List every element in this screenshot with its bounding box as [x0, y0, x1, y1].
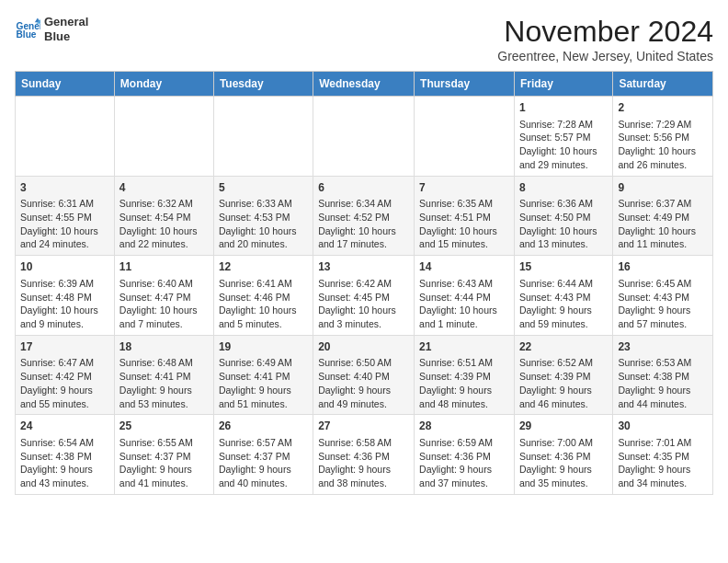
day-number: 22	[519, 339, 608, 355]
weekday-header: Sunday	[16, 72, 115, 97]
calendar-cell: 18Sunrise: 6:48 AMSunset: 4:41 PMDayligh…	[114, 335, 213, 415]
day-info: Sunrise: 6:44 AMSunset: 4:43 PMDaylight:…	[519, 277, 608, 331]
day-number: 14	[419, 259, 509, 275]
day-number: 6	[318, 180, 409, 196]
day-info: Sunrise: 6:59 AMSunset: 4:36 PMDaylight:…	[419, 436, 509, 490]
location-subtitle: Greentree, New Jersey, United States	[497, 49, 713, 63]
day-number: 23	[618, 339, 708, 355]
calendar-cell: 4Sunrise: 6:32 AMSunset: 4:54 PMDaylight…	[114, 176, 213, 256]
calendar-cell: 11Sunrise: 6:40 AMSunset: 4:47 PMDayligh…	[114, 256, 213, 336]
day-number: 2	[618, 100, 708, 116]
calendar-cell: 10Sunrise: 6:39 AMSunset: 4:48 PMDayligh…	[16, 256, 115, 336]
page-header: General Blue General Blue November 2024 …	[15, 15, 713, 63]
day-number: 16	[618, 259, 708, 275]
day-number: 19	[219, 339, 308, 355]
calendar-cell: 15Sunrise: 6:44 AMSunset: 4:43 PMDayligh…	[514, 256, 612, 336]
day-number: 12	[219, 259, 308, 275]
calendar-cell: 22Sunrise: 6:52 AMSunset: 4:39 PMDayligh…	[514, 335, 612, 415]
calendar-cell	[114, 97, 213, 177]
day-number: 28	[419, 419, 509, 434]
calendar-cell: 16Sunrise: 6:45 AMSunset: 4:43 PMDayligh…	[613, 256, 713, 336]
day-info: Sunrise: 6:42 AMSunset: 4:45 PMDaylight:…	[318, 277, 409, 331]
day-info: Sunrise: 6:33 AMSunset: 4:53 PMDaylight:…	[219, 197, 308, 251]
calendar-week-row: 1Sunrise: 7:28 AMSunset: 5:57 PMDaylight…	[16, 97, 713, 177]
calendar-cell	[16, 97, 115, 177]
calendar-table: SundayMondayTuesdayWednesdayThursdayFrid…	[15, 71, 713, 495]
day-info: Sunrise: 6:54 AMSunset: 4:38 PMDaylight:…	[20, 436, 109, 490]
day-number: 27	[318, 419, 409, 434]
day-number: 30	[618, 419, 708, 434]
calendar-cell: 14Sunrise: 6:43 AMSunset: 4:44 PMDayligh…	[415, 256, 515, 336]
calendar-week-row: 17Sunrise: 6:47 AMSunset: 4:42 PMDayligh…	[16, 335, 713, 415]
month-title: November 2024	[497, 15, 713, 49]
calendar-cell: 25Sunrise: 6:55 AMSunset: 4:37 PMDayligh…	[114, 415, 213, 495]
calendar-cell: 1Sunrise: 7:28 AMSunset: 5:57 PMDaylight…	[514, 97, 612, 177]
day-info: Sunrise: 6:58 AMSunset: 4:36 PMDaylight:…	[318, 436, 409, 490]
day-info: Sunrise: 6:39 AMSunset: 4:48 PMDaylight:…	[20, 277, 109, 331]
day-info: Sunrise: 6:52 AMSunset: 4:39 PMDaylight:…	[519, 356, 608, 410]
day-info: Sunrise: 6:57 AMSunset: 4:37 PMDaylight:…	[219, 436, 308, 490]
logo-line1: General	[44, 15, 88, 29]
weekday-header: Tuesday	[213, 72, 313, 97]
calendar-cell: 13Sunrise: 6:42 AMSunset: 4:45 PMDayligh…	[313, 256, 415, 336]
calendar-cell: 28Sunrise: 6:59 AMSunset: 4:36 PMDayligh…	[415, 415, 515, 495]
svg-text:Blue: Blue	[17, 29, 37, 40]
calendar-cell: 20Sunrise: 6:50 AMSunset: 4:40 PMDayligh…	[313, 335, 415, 415]
day-info: Sunrise: 6:31 AMSunset: 4:55 PMDaylight:…	[20, 197, 109, 251]
day-number: 21	[419, 339, 509, 355]
weekday-header: Monday	[114, 72, 213, 97]
weekday-header: Thursday	[415, 72, 515, 97]
day-number: 26	[219, 419, 308, 434]
calendar-cell: 2Sunrise: 7:29 AMSunset: 5:56 PMDaylight…	[613, 97, 713, 177]
weekday-header: Saturday	[613, 72, 713, 97]
day-info: Sunrise: 6:51 AMSunset: 4:39 PMDaylight:…	[419, 356, 509, 410]
title-section: November 2024 Greentree, New Jersey, Uni…	[497, 15, 713, 63]
calendar-cell: 29Sunrise: 7:00 AMSunset: 4:36 PMDayligh…	[514, 415, 612, 495]
calendar-cell: 12Sunrise: 6:41 AMSunset: 4:46 PMDayligh…	[213, 256, 313, 336]
day-info: Sunrise: 7:01 AMSunset: 4:35 PMDaylight:…	[618, 436, 708, 490]
calendar-cell: 26Sunrise: 6:57 AMSunset: 4:37 PMDayligh…	[213, 415, 313, 495]
day-number: 15	[519, 259, 608, 275]
day-number: 24	[20, 419, 109, 434]
weekday-header: Friday	[514, 72, 612, 97]
calendar-cell: 23Sunrise: 6:53 AMSunset: 4:38 PMDayligh…	[613, 335, 713, 415]
calendar-cell	[313, 97, 415, 177]
calendar-cell	[415, 97, 515, 177]
calendar-cell: 27Sunrise: 6:58 AMSunset: 4:36 PMDayligh…	[313, 415, 415, 495]
day-info: Sunrise: 7:28 AMSunset: 5:57 PMDaylight:…	[519, 118, 608, 172]
calendar-cell: 24Sunrise: 6:54 AMSunset: 4:38 PMDayligh…	[16, 415, 115, 495]
calendar-week-row: 10Sunrise: 6:39 AMSunset: 4:48 PMDayligh…	[16, 256, 713, 336]
day-info: Sunrise: 6:43 AMSunset: 4:44 PMDaylight:…	[419, 277, 509, 331]
logo-line2: Blue	[44, 29, 88, 44]
day-number: 20	[318, 339, 409, 355]
weekday-header: Wednesday	[313, 72, 415, 97]
day-number: 17	[20, 339, 109, 355]
day-info: Sunrise: 6:49 AMSunset: 4:41 PMDaylight:…	[219, 356, 308, 410]
day-info: Sunrise: 6:35 AMSunset: 4:51 PMDaylight:…	[419, 197, 509, 251]
calendar-cell: 17Sunrise: 6:47 AMSunset: 4:42 PMDayligh…	[16, 335, 115, 415]
day-info: Sunrise: 6:47 AMSunset: 4:42 PMDaylight:…	[20, 356, 109, 410]
day-info: Sunrise: 6:41 AMSunset: 4:46 PMDaylight:…	[219, 277, 308, 331]
calendar-cell	[213, 97, 313, 177]
day-number: 9	[618, 180, 708, 196]
calendar-week-row: 24Sunrise: 6:54 AMSunset: 4:38 PMDayligh…	[16, 415, 713, 495]
day-number: 3	[20, 180, 109, 196]
day-info: Sunrise: 6:34 AMSunset: 4:52 PMDaylight:…	[318, 197, 409, 251]
day-number: 29	[519, 419, 608, 434]
day-info: Sunrise: 6:40 AMSunset: 4:47 PMDaylight:…	[119, 277, 209, 331]
calendar-cell: 19Sunrise: 6:49 AMSunset: 4:41 PMDayligh…	[213, 335, 313, 415]
day-info: Sunrise: 6:50 AMSunset: 4:40 PMDaylight:…	[318, 356, 409, 410]
day-info: Sunrise: 7:29 AMSunset: 5:56 PMDaylight:…	[618, 118, 708, 172]
day-info: Sunrise: 6:53 AMSunset: 4:38 PMDaylight:…	[618, 356, 708, 410]
calendar-cell: 30Sunrise: 7:01 AMSunset: 4:35 PMDayligh…	[613, 415, 713, 495]
day-number: 13	[318, 259, 409, 275]
day-number: 7	[419, 180, 509, 196]
day-info: Sunrise: 6:48 AMSunset: 4:41 PMDaylight:…	[119, 356, 209, 410]
day-info: Sunrise: 6:37 AMSunset: 4:49 PMDaylight:…	[618, 197, 708, 251]
day-number: 1	[519, 100, 608, 116]
day-number: 10	[20, 259, 109, 275]
logo-icon: General Blue	[15, 17, 40, 42]
calendar-cell: 3Sunrise: 6:31 AMSunset: 4:55 PMDaylight…	[16, 176, 115, 256]
day-number: 11	[119, 259, 209, 275]
calendar-header-row: SundayMondayTuesdayWednesdayThursdayFrid…	[16, 72, 713, 97]
